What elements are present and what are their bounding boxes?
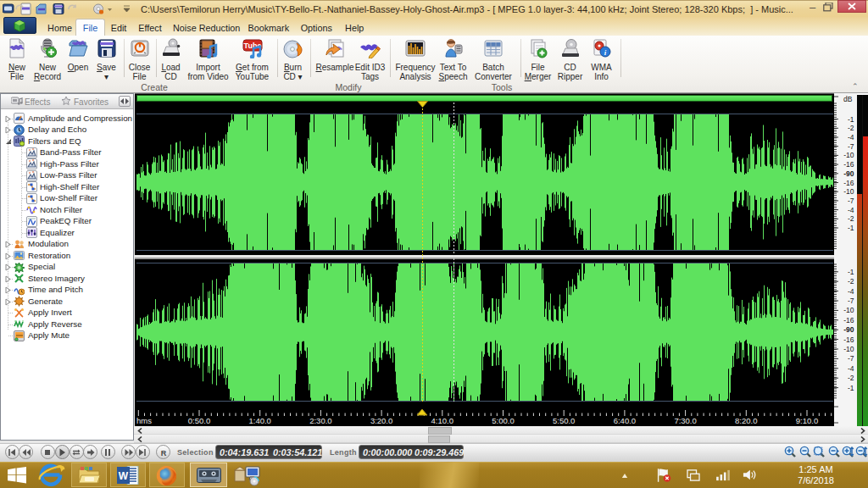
svg-text:-16: -16 (843, 336, 854, 344)
svg-text:-1: -1 (848, 115, 854, 124)
svg-text:-7: -7 (848, 354, 854, 363)
svg-text:-16: -16 (843, 179, 854, 187)
svg-text:R: R (160, 448, 166, 457)
svg-text:-2: -2 (848, 277, 854, 286)
svg-text:1:40.0: 1:40.0 (248, 416, 270, 425)
svg-text:-2: -2 (848, 374, 854, 382)
svg-text:4:10.0: 4:10.0 (431, 416, 453, 425)
svg-text:5:00.0: 5:00.0 (492, 416, 514, 425)
svg-text:-4: -4 (848, 206, 854, 214)
svg-text:-2: -2 (848, 124, 854, 132)
svg-text:-16: -16 (843, 160, 854, 169)
svg-text:hms: hms (136, 416, 152, 425)
svg-text:-4: -4 (848, 287, 854, 296)
svg-text:-90: -90 (843, 325, 854, 334)
svg-text:9:10.0: 9:10.0 (796, 416, 818, 425)
svg-text:W: W (119, 470, 129, 482)
svg-text:7:30.0: 7:30.0 (674, 416, 696, 425)
svg-text:-1: -1 (848, 384, 854, 392)
svg-text:-7: -7 (848, 197, 854, 205)
svg-text:-1: -1 (848, 268, 854, 276)
svg-text:dB: dB (843, 95, 853, 103)
svg-text:-4: -4 (848, 364, 854, 373)
svg-text:-2: -2 (848, 214, 854, 223)
svg-text:5:50.0: 5:50.0 (553, 416, 575, 425)
svg-text:0:50.0: 0:50.0 (188, 416, 210, 425)
svg-text:8:20.0: 8:20.0 (735, 416, 757, 425)
svg-text:-10: -10 (843, 345, 854, 353)
svg-text:-16: -16 (843, 316, 854, 324)
svg-text:-90: -90 (843, 169, 854, 178)
svg-text:-7: -7 (848, 297, 854, 305)
svg-text:-10: -10 (843, 306, 854, 314)
svg-text:6:40.0: 6:40.0 (614, 416, 636, 425)
svg-text:-1: -1 (848, 224, 854, 232)
svg-text:-4: -4 (848, 133, 854, 141)
svg-text:3:20.0: 3:20.0 (370, 416, 392, 425)
svg-text:-10: -10 (843, 187, 854, 196)
svg-text:-7: -7 (848, 142, 854, 151)
svg-text:2:30.0: 2:30.0 (309, 416, 331, 425)
svg-text:-10: -10 (843, 151, 854, 159)
